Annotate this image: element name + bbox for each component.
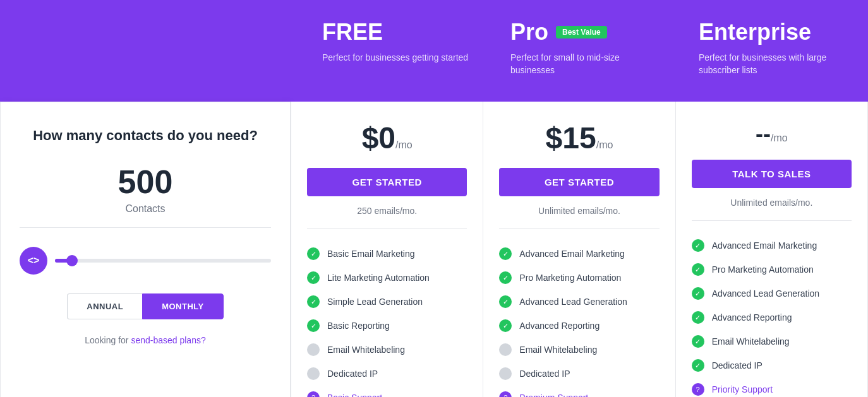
pricing-columns: $0/mo GET STARTED 250 emails/mo. ✓ Basic… — [291, 102, 868, 397]
pro-disabled-icon-6 — [499, 367, 512, 380]
ent-feature-label-1: Advanced Email Marketing — [712, 240, 817, 251]
pro-plan-name: Pro Best Value — [510, 19, 661, 45]
pro-feature-label-3: Advanced Lead Generation — [519, 297, 627, 307]
enterprise-cta-button[interactable]: TALK TO SALES — [692, 160, 852, 188]
enterprise-emails-note: Unlimited emails/mo. — [692, 198, 852, 221]
enterprise-feature-4: ✓ Advanced Reporting — [692, 305, 852, 329]
pro-feature-label-1: Advanced Email Marketing — [519, 249, 625, 259]
divider — [20, 227, 271, 228]
pro-feature-3: ✓ Advanced Lead Generation — [499, 290, 659, 314]
free-plan-desc: Perfect for businesses getting started — [322, 52, 473, 64]
free-feature-label-2: Lite Marketing Automation — [327, 273, 430, 283]
ent-check-icon-2: ✓ — [692, 263, 704, 276]
check-icon-3: ✓ — [307, 295, 320, 308]
free-feature-1: ✓ Basic Email Marketing — [307, 242, 467, 266]
billing-toggle: ANNUAL MONTHLY — [20, 293, 271, 319]
free-feature-label-6: Dedicated IP — [327, 369, 378, 379]
enterprise-price-period: /mo — [771, 133, 788, 143]
pro-feature-7: ? Premium Support — [499, 386, 659, 397]
free-feature-3: ✓ Simple Lead Generation — [307, 290, 467, 314]
contact-selector: How many contacts do you need? 500 Conta… — [0, 102, 291, 397]
pro-feature-1: ✓ Advanced Email Marketing — [499, 242, 659, 266]
free-support-link[interactable]: Basic Support — [327, 393, 382, 397]
slider-wrapper: <> — [20, 247, 271, 275]
ent-feature-label-5: Email Whitelabeling — [712, 336, 790, 347]
enterprise-feature-5: ✓ Email Whitelabeling — [692, 329, 852, 353]
enterprise-pricing-col: --/mo TALK TO SALES Unlimited emails/mo.… — [675, 102, 868, 397]
monthly-toggle-button[interactable]: MONTHLY — [142, 293, 224, 319]
support-icon-7: ? — [307, 391, 320, 397]
enterprise-plan-header: Enterprise Perfect for businesses with l… — [680, 19, 868, 76]
pro-feature-2: ✓ Pro Marketing Automation — [499, 266, 659, 290]
disabled-icon-6 — [307, 367, 320, 380]
enterprise-feature-2: ✓ Pro Marketing Automation — [692, 258, 852, 281]
pro-feature-5: Email Whitelabeling — [499, 338, 659, 362]
free-emails-note: 250 emails/mo. — [307, 206, 467, 229]
ent-support-icon-7: ? — [692, 383, 704, 396]
enterprise-price-dashes: -- — [756, 121, 771, 146]
enterprise-price-display: --/mo — [692, 121, 852, 147]
slider-arrows-button[interactable]: <> — [20, 247, 47, 275]
pro-feature-6: Dedicated IP — [499, 362, 659, 386]
free-feature-2: ✓ Lite Marketing Automation — [307, 266, 467, 290]
pro-check-icon-2: ✓ — [499, 271, 512, 284]
enterprise-plan-name: Enterprise — [699, 19, 849, 45]
pro-price-display: $15/mo — [499, 121, 659, 155]
contact-question: How many contacts do you need? — [20, 127, 271, 144]
free-feature-7: ? Basic Support — [307, 386, 467, 397]
best-value-badge: Best Value — [556, 26, 607, 39]
send-based-text: Looking for send-based plans? — [20, 335, 271, 345]
enterprise-feature-1: ✓ Advanced Email Marketing — [692, 234, 852, 258]
pro-pricing-col: $15/mo GET STARTED Unlimited emails/mo. … — [483, 102, 675, 397]
pro-cta-button[interactable]: GET STARTED — [499, 168, 659, 196]
free-feature-4: ✓ Basic Reporting — [307, 314, 467, 338]
ent-support-link[interactable]: Priority Support — [712, 384, 773, 394]
slider-thumb — [66, 255, 78, 266]
arrows-icon: <> — [28, 255, 40, 266]
enterprise-plan-desc: Perfect for businesses with large subscr… — [699, 52, 849, 76]
free-feature-6: Dedicated IP — [307, 362, 467, 386]
header-section: FREE Perfect for businesses getting star… — [0, 0, 868, 102]
free-price-period: /mo — [395, 139, 413, 150]
ent-check-icon-1: ✓ — [692, 239, 704, 252]
free-feature-label-5: Email Whitelabeling — [327, 345, 405, 355]
free-feature-label-3: Simple Lead Generation — [327, 297, 423, 307]
disabled-icon-5 — [307, 343, 320, 356]
enterprise-feature-list: ✓ Advanced Email Marketing ✓ Pro Marketi… — [692, 234, 852, 397]
free-pricing-col: $0/mo GET STARTED 250 emails/mo. ✓ Basic… — [291, 102, 483, 397]
pro-feature-label-2: Pro Marketing Automation — [519, 273, 621, 283]
pro-check-icon-3: ✓ — [499, 295, 512, 308]
header-plans: FREE Perfect for businesses getting star… — [303, 19, 868, 76]
ent-feature-label-6: Dedicated IP — [712, 360, 763, 370]
ent-feature-label-2: Pro Marketing Automation — [712, 264, 814, 275]
annual-toggle-button[interactable]: ANNUAL — [67, 293, 142, 319]
pro-price-period: /mo — [596, 139, 613, 150]
free-feature-label-4: Basic Reporting — [327, 321, 390, 331]
free-cta-button[interactable]: GET STARTED — [307, 168, 467, 196]
send-based-link[interactable]: send-based plans? — [131, 335, 205, 345]
slider-track[interactable] — [55, 259, 271, 263]
enterprise-feature-3: ✓ Advanced Lead Generation — [692, 281, 852, 305]
pro-disabled-icon-5 — [499, 343, 512, 356]
check-icon-1: ✓ — [307, 247, 320, 260]
pro-plan-header: Pro Best Value Perfect for small to mid-… — [491, 19, 680, 76]
free-feature-list: ✓ Basic Email Marketing ✓ Lite Marketing… — [307, 242, 467, 397]
contact-count: 500 — [20, 163, 271, 201]
ent-check-icon-4: ✓ — [692, 311, 704, 324]
pro-feature-4: ✓ Advanced Reporting — [499, 314, 659, 338]
pro-emails-note: Unlimited emails/mo. — [499, 206, 659, 229]
enterprise-feature-6: ✓ Dedicated IP — [692, 353, 852, 377]
free-plan-name: FREE — [322, 19, 473, 45]
pro-feature-label-5: Email Whitelabeling — [519, 345, 597, 355]
ent-feature-label-3: Advanced Lead Generation — [712, 288, 819, 299]
ent-check-icon-6: ✓ — [692, 359, 704, 372]
pro-feature-label-6: Dedicated IP — [519, 369, 570, 379]
free-plan-header: FREE Perfect for businesses getting star… — [303, 19, 491, 76]
ent-feature-label-4: Advanced Reporting — [712, 312, 792, 323]
pro-support-link[interactable]: Premium Support — [519, 393, 588, 397]
ent-check-icon-5: ✓ — [692, 335, 704, 348]
pro-feature-label-4: Advanced Reporting — [519, 321, 600, 331]
enterprise-feature-7: ? Priority Support — [692, 377, 852, 397]
ent-check-icon-3: ✓ — [692, 287, 704, 300]
pro-support-icon-7: ? — [499, 391, 512, 397]
